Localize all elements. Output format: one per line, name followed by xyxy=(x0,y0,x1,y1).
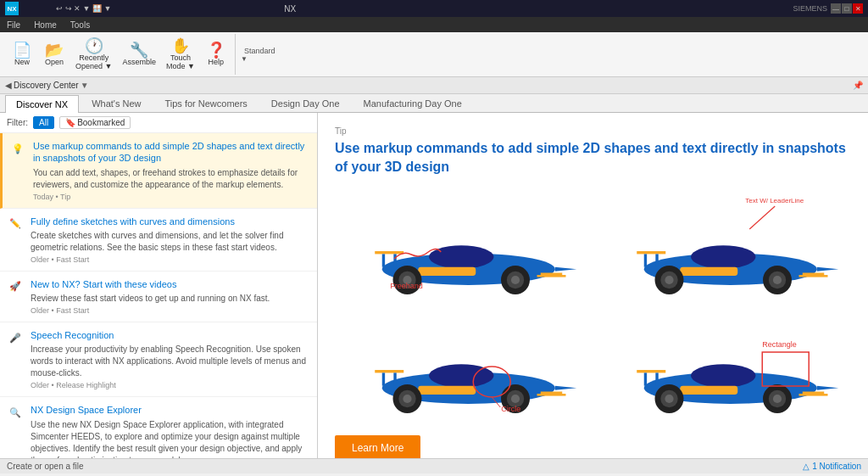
help-icon: ❓ xyxy=(207,42,225,58)
right-panel: Tip Use markup commands to add simple 2D… xyxy=(318,113,868,458)
item-3-title: New to NX? Start with these videos xyxy=(31,278,310,290)
svg-marker-33 xyxy=(555,385,577,389)
recently-opened-button[interactable]: 🕐 RecentlyOpened ▼ xyxy=(71,36,116,73)
window-controls[interactable]: — □ ✕ xyxy=(831,3,863,14)
minimize-button[interactable]: — xyxy=(831,3,841,14)
svg-point-62 xyxy=(772,395,781,403)
new-button[interactable]: 📄 New xyxy=(7,40,37,69)
tab-discover-nx[interactable]: Discover NX xyxy=(5,95,79,113)
tab-whats-new[interactable]: What's New xyxy=(81,94,152,112)
list-item[interactable]: 💡 Use markup commands to add simple 2D s… xyxy=(0,133,317,209)
breadcrumb-pin-icon[interactable]: 📌 xyxy=(853,81,863,90)
car-cell-circle: Circle xyxy=(335,310,590,422)
close-button[interactable]: ✕ xyxy=(853,3,863,14)
svg-rect-35 xyxy=(537,394,566,396)
svg-point-59 xyxy=(665,395,673,403)
title-bar-right: SIEMENS — □ ✕ xyxy=(793,3,863,14)
toolbar-group-main: 📄 New 📂 Open 🕐 RecentlyOpened ▼ 🔧 Assemb… xyxy=(3,34,236,75)
open-button[interactable]: 📂 Open xyxy=(39,40,70,69)
svg-marker-2 xyxy=(555,266,577,271)
item-5-desc: Use the new NX Design Space Explorer app… xyxy=(31,419,310,458)
help-button[interactable]: ❓ Help xyxy=(201,40,231,69)
maximize-button[interactable]: □ xyxy=(842,3,852,14)
open-icon: 📂 xyxy=(45,42,64,58)
svg-rect-36 xyxy=(375,370,403,372)
svg-rect-37 xyxy=(382,372,385,385)
menu-bar: File Home Tools xyxy=(0,17,868,32)
menu-home[interactable]: Home xyxy=(31,20,60,30)
svg-rect-4 xyxy=(537,275,566,277)
svg-rect-54 xyxy=(643,372,646,385)
list-container: 💡 Use markup commands to add simple 2D s… xyxy=(0,133,317,458)
breadcrumb-controls: 📌 xyxy=(853,81,863,90)
recently-opened-label: RecentlyOpened ▼ xyxy=(75,53,112,70)
standard-dropdown[interactable]: ▼ xyxy=(241,55,279,63)
svg-rect-53 xyxy=(637,370,665,372)
assemble-button[interactable]: 🔧 Assemble xyxy=(118,40,160,69)
item-2-title: Fully define sketches with curves and di… xyxy=(31,216,310,227)
filter-all-button[interactable]: All xyxy=(33,116,54,129)
svg-point-49 xyxy=(691,364,756,387)
status-text: Create or open a file xyxy=(7,462,84,471)
item-2-desc: Create sketches with curves and dimensio… xyxy=(31,230,310,254)
car-cell-rectangle: Rectangle xyxy=(597,310,852,422)
svg-rect-5 xyxy=(375,251,403,254)
list-item[interactable]: 🎤 Speech Recognition Increase your produ… xyxy=(0,322,317,397)
breadcrumb-discovery-center[interactable]: Discovery Center xyxy=(14,81,79,90)
tab-manufacturing-day-one[interactable]: Manufacturing Day One xyxy=(353,94,473,112)
svg-rect-22 xyxy=(655,254,658,266)
nx-logo: NX xyxy=(5,2,19,15)
list-item[interactable]: 🚀 New to NX? Start with these videos Rev… xyxy=(0,272,317,322)
new-icon: 📄 xyxy=(13,42,31,58)
touch-mode-button[interactable]: ✋ TouchMode ▼ xyxy=(162,36,199,73)
learn-more-button[interactable]: Learn More xyxy=(335,435,420,458)
item-3-desc: Review these fast start videos to get up… xyxy=(31,293,310,305)
touch-mode-icon: ✋ xyxy=(171,38,190,53)
item-1-meta: Today • Tip xyxy=(33,193,310,201)
item-1-desc: You can add text, shapes, or freehand st… xyxy=(33,167,310,191)
svg-point-45 xyxy=(511,395,520,403)
filter-bar: Filter: All 🔖 Bookmarked xyxy=(0,113,317,133)
item-4-desc: Increase your productivity by enabling S… xyxy=(31,344,310,379)
tab-tips-newcomers[interactable]: Tips for Newcomers xyxy=(153,94,258,112)
svg-marker-17 xyxy=(816,266,838,271)
svg-rect-20 xyxy=(637,251,665,254)
circle-annotation-text: Circle xyxy=(501,405,520,413)
breadcrumb-arrow: ◀ xyxy=(5,81,12,90)
recently-opened-icon: 🕐 xyxy=(85,38,103,53)
filter-label: Filter: xyxy=(7,118,28,127)
item-5-title: NX Design Space Explorer xyxy=(31,404,310,416)
item-1-icon: 💡 xyxy=(9,140,26,157)
svg-rect-7 xyxy=(393,254,396,266)
svg-rect-55 xyxy=(655,372,658,385)
tab-design-day-one[interactable]: Design Day One xyxy=(260,94,351,112)
svg-point-16 xyxy=(691,245,756,268)
list-item[interactable]: 🔍 NX Design Space Explorer Use the new N… xyxy=(0,397,317,458)
assemble-icon: 🔧 xyxy=(130,42,148,58)
svg-point-1 xyxy=(429,245,494,268)
list-item[interactable]: ✏️ Fully define sketches with curves and… xyxy=(0,209,317,272)
tip-title: Use markup commands to add simple 2D sha… xyxy=(335,139,851,177)
svg-rect-8 xyxy=(418,266,476,275)
menu-tools[interactable]: Tools xyxy=(67,20,93,30)
svg-rect-19 xyxy=(798,275,827,277)
notification-text[interactable]: △ 1 Notification xyxy=(803,462,861,471)
menu-file[interactable]: File xyxy=(3,20,24,30)
svg-point-14 xyxy=(511,276,520,284)
item-4-title: Speech Recognition xyxy=(31,329,310,341)
svg-rect-21 xyxy=(643,254,646,266)
title-bar-left: NX ↩ ↪ ✕ ▼ 🪟 ▼ NX xyxy=(5,2,296,15)
open-label: Open xyxy=(45,58,64,66)
main-layout: Filter: All 🔖 Bookmarked 💡 Use markup co… xyxy=(0,113,868,458)
svg-point-42 xyxy=(403,395,411,403)
item-5-icon: 🔍 xyxy=(7,404,24,421)
svg-line-30 xyxy=(749,206,775,229)
quick-access-toolbar: ↩ ↪ ✕ ▼ 🪟 ▼ xyxy=(56,4,111,13)
standard-label: Standard xyxy=(241,47,279,55)
bookmark-icon: 🔖 xyxy=(65,118,75,127)
breadcrumb-dropdown[interactable]: ▼ xyxy=(81,81,89,90)
filter-bookmarked-button[interactable]: 🔖 Bookmarked xyxy=(59,116,131,129)
svg-marker-50 xyxy=(816,385,838,389)
touch-mode-label: TouchMode ▼ xyxy=(166,53,195,70)
item-1-title: Use markup commands to add simple 2D sha… xyxy=(33,140,310,165)
